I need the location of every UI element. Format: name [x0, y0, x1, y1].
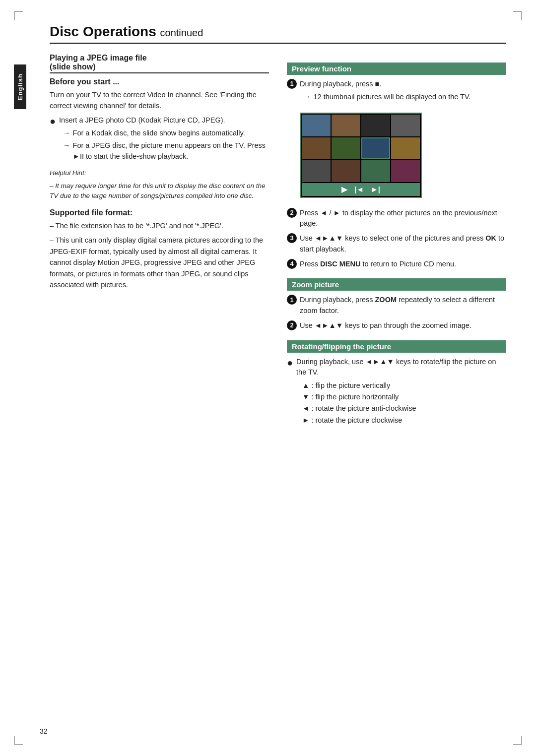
arrow-icon-2: → — [63, 140, 70, 151]
preview-step-4: 4 Press DISC MENU to return to Picture C… — [287, 259, 506, 270]
page-title: Disc Operations continued — [50, 24, 506, 44]
thumb-controls-bar: ▶ |◄ ►| — [302, 183, 420, 196]
thumb-cell — [391, 137, 420, 159]
bullet-insert-jpeg: ● Insert a JPEG photo CD (Kodak Picture … — [50, 115, 269, 164]
zoom-step-num-2: 2 — [287, 320, 297, 330]
preview-step1-arrow: → 12 thumbnail pictures will be displaye… — [300, 92, 506, 103]
zoom-step-1: 1 During playback, press ZOOM repeatedly… — [287, 295, 506, 316]
rotate-item-4: ► : rotate the picture clockwise — [302, 415, 506, 426]
thumb-cell — [332, 115, 360, 136]
thumb-row-1 — [302, 115, 420, 136]
thumb-cell — [302, 160, 331, 182]
thumb-cell — [391, 115, 420, 136]
step-num-3: 3 — [287, 233, 297, 243]
thumb-cell — [332, 137, 360, 159]
bullet-insert-text: Insert a JPEG photo CD (Kodak Picture CD… — [59, 116, 225, 124]
thumb-cell-selected — [361, 137, 390, 159]
thumb-cell — [391, 160, 420, 182]
zoom-picture-heading: Zoom picture — [287, 278, 506, 291]
right-column: Preview function 1 During playback, pres… — [287, 54, 506, 429]
rotating-bullet-dot: ● — [287, 355, 293, 370]
arrow-icon-p1: → — [304, 92, 311, 103]
supported-file-line1: – The file extension has to be '*.JPG' a… — [50, 220, 269, 231]
play-icon: ▶ — [341, 185, 347, 194]
thumb-cell — [302, 115, 331, 136]
before-start-heading: Before you start ... — [50, 77, 269, 86]
step-num-4: 4 — [287, 259, 297, 269]
preview-step1-arrow-text: 12 thumbnail pictures will be displayed … — [314, 92, 471, 103]
next-icon: ►| — [371, 185, 380, 193]
rotating-bullet: ● During playback, use ◄►▲▼ keys to rota… — [287, 357, 506, 426]
preview-step-1: 1 During playback, press ■. → 12 thumbna… — [287, 79, 506, 105]
rotate-item-3: ◄ : rotate the picture anti-clockwise — [302, 403, 506, 414]
title-continued: continued — [160, 27, 203, 38]
before-start-text: Turn on your TV to the correct Video In … — [50, 89, 269, 112]
zoom-step-2: 2 Use ◄►▲▼ keys to pan through the zoome… — [287, 320, 506, 331]
step-num-1: 1 — [287, 79, 297, 89]
thumb-row-3 — [302, 160, 420, 182]
step-num-2: 2 — [287, 208, 297, 218]
rotating-list: ▲ : flip the picture vertically ▼ : flip… — [302, 380, 506, 426]
arrow-kodak: → For a Kodak disc, the slide show begin… — [59, 128, 269, 139]
supported-file-heading: Supported file format: — [50, 208, 269, 217]
preview-step-3: 3 Use ◄►▲▼ keys to select one of the pic… — [287, 233, 506, 255]
helpful-hint-text: – It may require longer time for this un… — [50, 181, 269, 201]
preview-function-heading: Preview function — [287, 63, 506, 75]
arrow-jpeg-text: For a JPEG disc, the picture menu appear… — [73, 140, 269, 162]
rotating-heading: Rotating/flipping the picture — [287, 340, 506, 353]
zoom-step-num-1: 1 — [287, 295, 297, 305]
rotate-item-1: ▲ : flip the picture vertically — [302, 380, 506, 391]
prev-icon: |◄ — [354, 185, 364, 193]
section-title: Playing a JPEG image file(slide show) — [50, 54, 269, 73]
thumb-cell — [361, 115, 390, 136]
thumb-row-2 — [302, 137, 420, 159]
thumb-cell — [332, 160, 360, 182]
arrow-icon-1: → — [63, 128, 70, 139]
thumb-cell — [302, 137, 331, 159]
thumb-cell — [361, 160, 390, 182]
title-text: Disc Operations — [50, 24, 156, 39]
bullet-dot-icon: ● — [50, 114, 56, 128]
preview-step2-text: Press ◄ / ► to display the other picture… — [300, 209, 497, 228]
thumbnail-grid: ▶ |◄ ►| — [300, 113, 422, 198]
preview-step-2: 2 Press ◄ / ► to display the other pictu… — [287, 208, 506, 230]
arrow-kodak-text: For a Kodak disc, the slide show begins … — [73, 128, 245, 139]
supported-file-line2: – This unit can only display digital cam… — [50, 235, 269, 290]
rotate-item-2: ▼ : flip the picture horizontally — [302, 391, 506, 403]
page-number: 32 — [40, 727, 48, 735]
left-column: Playing a JPEG image file(slide show) Be… — [50, 54, 269, 429]
preview-step1-text: During playback, press ■. — [300, 80, 381, 88]
rotating-bullet-text: During playback, use ◄►▲▼ keys to rotate… — [296, 358, 496, 377]
helpful-hint-label: Helpful Hint: — [50, 168, 269, 178]
arrow-jpeg: → For a JPEG disc, the picture menu appe… — [59, 140, 269, 162]
